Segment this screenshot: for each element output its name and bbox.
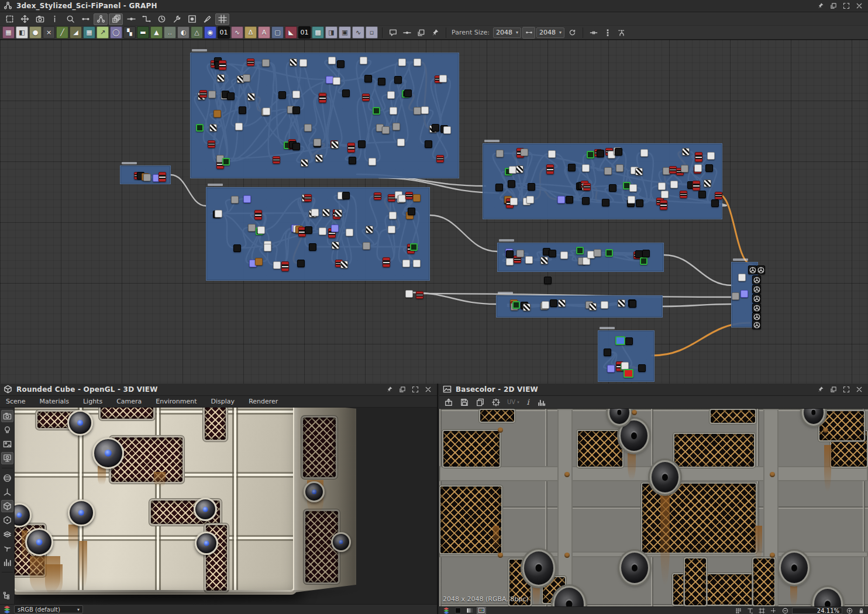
graph-node[interactable] xyxy=(605,249,613,257)
graph-node[interactable] xyxy=(698,191,706,198)
graph-node[interactable] xyxy=(624,369,633,378)
pan-view-button[interactable] xyxy=(769,607,778,614)
lock-zoom-button[interactable] xyxy=(856,607,866,614)
graph-node[interactable] xyxy=(331,225,339,232)
graph-node[interactable] xyxy=(525,256,533,264)
graph-node[interactable] xyxy=(301,159,308,167)
graph-node[interactable] xyxy=(560,251,568,259)
palette-dots-button[interactable]: ‥ xyxy=(164,26,176,39)
graph-node[interactable] xyxy=(364,75,372,82)
graph-node[interactable] xyxy=(523,303,531,311)
graph-node[interactable] xyxy=(297,260,305,267)
graph-node[interactable] xyxy=(231,196,239,203)
elbow-connection-button[interactable] xyxy=(139,13,153,25)
output-node[interactable] xyxy=(752,312,761,321)
graph-node[interactable] xyxy=(558,299,566,307)
graph-node[interactable] xyxy=(390,107,397,115)
palette-halftone-button[interactable]: 01 xyxy=(218,26,230,39)
todo-pin-button[interactable] xyxy=(429,27,442,39)
graph-node[interactable] xyxy=(383,257,390,267)
graph-node[interactable] xyxy=(398,58,406,66)
graph-node[interactable] xyxy=(615,336,625,345)
pin-button[interactable] xyxy=(384,385,395,394)
graph-node[interactable] xyxy=(583,183,591,191)
graph-node[interactable] xyxy=(594,249,601,257)
graph-node[interactable] xyxy=(196,124,204,132)
axes-gizmo-button[interactable] xyxy=(1,486,13,498)
graph-node[interactable] xyxy=(601,301,608,309)
graph-node[interactable] xyxy=(695,152,702,162)
restore-button[interactable] xyxy=(397,385,408,394)
restore-button[interactable] xyxy=(828,1,839,11)
graph-node[interactable] xyxy=(273,156,280,164)
graph-node[interactable] xyxy=(378,78,385,85)
graph-node[interactable] xyxy=(548,150,556,158)
transform-view-button[interactable] xyxy=(489,396,503,408)
close-button[interactable] xyxy=(854,385,864,394)
graph-node[interactable] xyxy=(443,126,451,134)
graph-node[interactable] xyxy=(305,226,312,234)
output-node[interactable] xyxy=(752,320,761,329)
graph-node[interactable] xyxy=(333,77,340,85)
graph-node[interactable] xyxy=(660,200,667,210)
palette-splatter-button[interactable]: ▲ xyxy=(150,26,163,39)
palette-input-color-button[interactable]: ◨ xyxy=(325,26,337,39)
maximize-button[interactable] xyxy=(841,385,852,394)
subgraph-layers-button[interactable] xyxy=(109,13,123,25)
graph-node[interactable] xyxy=(392,123,400,130)
select-frame-button[interactable] xyxy=(2,13,16,25)
stack-align-button[interactable] xyxy=(601,27,614,39)
graph-node[interactable] xyxy=(366,226,373,233)
graph-node[interactable] xyxy=(704,180,711,187)
dot-link-button[interactable] xyxy=(124,13,138,25)
graph-node[interactable] xyxy=(159,172,166,182)
graph-node[interactable] xyxy=(389,212,397,219)
graph-node[interactable] xyxy=(314,139,321,146)
graph-node[interactable] xyxy=(227,92,235,100)
graph-node[interactable] xyxy=(628,196,635,203)
graph-node[interactable] xyxy=(304,124,312,132)
graph-node[interactable] xyxy=(299,59,307,67)
graph-node[interactable] xyxy=(661,191,669,198)
graph-node[interactable] xyxy=(309,243,316,251)
link-sizes-button[interactable] xyxy=(522,27,535,39)
color-layers-icon[interactable] xyxy=(2,606,12,613)
pin-button[interactable] xyxy=(815,385,826,394)
graph-node[interactable] xyxy=(618,299,625,307)
graph-node[interactable] xyxy=(387,91,395,99)
crop-frame-button[interactable] xyxy=(757,607,766,614)
graph-node[interactable] xyxy=(414,58,421,66)
graph-node[interactable] xyxy=(521,149,528,156)
palette-channel-shuffle-button[interactable]: × xyxy=(43,26,55,39)
graph-node[interactable] xyxy=(397,139,405,146)
menu-materials[interactable]: Materials xyxy=(40,398,69,405)
palette-hsl-button[interactable]: ▬ xyxy=(137,26,149,39)
graph-node[interactable] xyxy=(510,198,518,205)
palette-emboss-button[interactable]: ↗ xyxy=(97,26,109,39)
rgb-display-button[interactable] xyxy=(477,607,486,614)
timings-button[interactable] xyxy=(154,13,168,25)
zoom-out-button[interactable] xyxy=(780,607,790,614)
pixel-grid-button[interactable] xyxy=(733,607,743,614)
graph-node[interactable] xyxy=(235,123,243,130)
graph-node[interactable] xyxy=(215,210,222,218)
graph-node[interactable] xyxy=(346,229,353,236)
palette-text-button[interactable]: A xyxy=(258,26,270,39)
graph-node[interactable] xyxy=(512,301,520,309)
graph-node[interactable] xyxy=(740,290,748,298)
palette-splines-button[interactable]: ∿ xyxy=(231,26,243,39)
graph-node[interactable] xyxy=(439,75,447,82)
graph-node[interactable] xyxy=(414,107,421,115)
graph-node[interactable] xyxy=(328,57,336,64)
graph-node[interactable] xyxy=(413,260,421,267)
graph-node[interactable] xyxy=(408,208,415,215)
graph-node[interactable] xyxy=(528,183,535,191)
clean-button[interactable] xyxy=(200,13,214,25)
graph-node[interactable] xyxy=(248,224,256,232)
output-node[interactable] xyxy=(752,294,761,303)
view2d-viewport[interactable]: 2048 x 2048 (RGBA, 8bpc) xyxy=(439,409,868,606)
graph-node[interactable] xyxy=(342,192,350,199)
camera-view-button[interactable] xyxy=(1,410,13,422)
palette-input-value-button[interactable]: ▫ xyxy=(366,26,378,39)
graph-node[interactable] xyxy=(680,191,687,198)
